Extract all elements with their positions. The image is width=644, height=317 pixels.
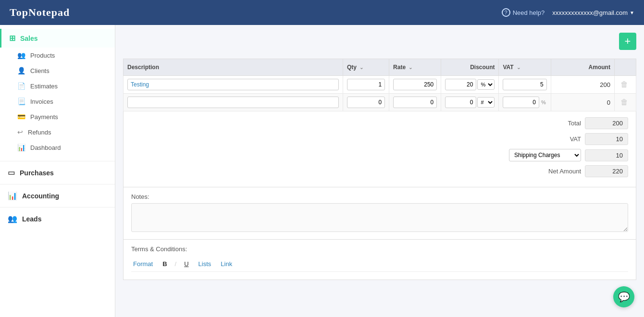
chat-button[interactable]: 💬 bbox=[613, 286, 634, 307]
notes-section: Notes: bbox=[123, 187, 636, 240]
notes-label: Notes: bbox=[131, 193, 628, 200]
toolbar-separator-1: / bbox=[175, 260, 177, 268]
row1-delete-button[interactable]: 🗑 bbox=[619, 80, 630, 89]
shipping-value: 10 bbox=[585, 149, 628, 161]
underline-button[interactable]: U bbox=[182, 259, 190, 268]
row2-description-input[interactable] bbox=[127, 97, 339, 108]
row2-qty-cell bbox=[343, 94, 389, 111]
user-menu[interactable]: xxxxxxxxxxxxx@gmail.com ▼ bbox=[552, 9, 634, 16]
total-row: Total 200 bbox=[131, 117, 628, 129]
row1-qty-input[interactable] bbox=[347, 79, 385, 90]
sidebar-item-refunds[interactable]: ↩ Refunds bbox=[0, 124, 115, 140]
row2-amount-cell: 0 bbox=[551, 94, 614, 111]
leads-label: Leads bbox=[22, 215, 41, 223]
add-row-button[interactable]: + bbox=[619, 33, 636, 50]
sidebar-item-label: Invoices bbox=[30, 98, 53, 105]
th-qty[interactable]: Qty ⌄ bbox=[343, 59, 389, 76]
sidebar: ⊞ Sales 👥 Products 👤 Clients 📄 Estimates… bbox=[0, 25, 115, 317]
row2-delete-cell: 🗑 bbox=[614, 94, 636, 111]
row1-discount-cell: % # bbox=[441, 76, 499, 94]
sidebar-item-products[interactable]: 👥 Products bbox=[0, 48, 115, 63]
row2-discount-input[interactable] bbox=[445, 97, 476, 108]
row2-discount-type-select[interactable]: # % bbox=[477, 97, 495, 108]
sidebar-divider-1 bbox=[0, 161, 115, 161]
sidebar-item-clients[interactable]: 👤 Clients bbox=[0, 63, 115, 78]
th-description: Description bbox=[124, 59, 343, 76]
row1-rate-cell bbox=[389, 76, 441, 94]
row1-desc-cell bbox=[124, 76, 343, 94]
help-icon: ? bbox=[502, 8, 510, 17]
terms-toolbar: Format B / U Lists Link bbox=[131, 256, 628, 272]
purchases-label: Purchases bbox=[20, 169, 54, 177]
row1-amount-cell: 200 bbox=[551, 76, 614, 94]
row2-qty-input[interactable] bbox=[347, 97, 385, 108]
vat-sort-icon: ⌄ bbox=[517, 65, 520, 70]
sidebar-leads-header[interactable]: 👥 Leads bbox=[0, 209, 115, 228]
vat-label: VAT bbox=[523, 135, 581, 143]
vat-value: 10 bbox=[585, 133, 628, 145]
row1-discount-input[interactable] bbox=[445, 79, 476, 90]
sidebar-accounting-header[interactable]: 📊 Accounting bbox=[0, 186, 115, 205]
link-button[interactable]: Link bbox=[219, 259, 234, 268]
accounting-label: Accounting bbox=[22, 192, 59, 200]
dashboard-icon: 📊 bbox=[17, 144, 25, 151]
totals-section: Total 200 VAT 10 Shipping Charges 10 Net… bbox=[123, 111, 636, 187]
net-amount-value: 220 bbox=[585, 165, 628, 177]
help-label: Need help? bbox=[513, 9, 545, 16]
th-amount: Amount bbox=[551, 59, 614, 76]
sidebar-item-label: Refunds bbox=[28, 129, 51, 136]
app-logo: TopNotepad bbox=[10, 6, 70, 19]
sidebar-item-invoices[interactable]: 📃 Invoices bbox=[0, 94, 115, 109]
terms-section: Terms & Conditions: Format B / U Lists L… bbox=[123, 240, 636, 280]
notes-textarea[interactable] bbox=[131, 203, 628, 232]
net-amount-label: Net Amount bbox=[523, 168, 581, 175]
sidebar-item-payments[interactable]: 💳 Payments bbox=[0, 109, 115, 124]
payments-icon: 💳 bbox=[17, 113, 25, 121]
items-table: Description Qty ⌄ Rate ⌄ bbox=[123, 59, 636, 111]
th-vat[interactable]: VAT ⌄ bbox=[499, 59, 551, 76]
sidebar-sales-header[interactable]: ⊞ Sales bbox=[0, 29, 115, 48]
row2-rate-cell bbox=[389, 94, 441, 111]
row2-desc-cell bbox=[124, 94, 343, 111]
sidebar-purchases-header[interactable]: ▭ Purchases bbox=[0, 163, 115, 182]
chat-icon: 💬 bbox=[618, 291, 630, 303]
row2-delete-button[interactable]: 🗑 bbox=[619, 98, 630, 107]
terms-label: Terms & Conditions: bbox=[131, 245, 628, 253]
app-header: TopNotepad ? Need help? xxxxxxxxxxxxx@gm… bbox=[0, 0, 644, 25]
sidebar-item-dashboard[interactable]: 📊 Dashboard bbox=[0, 140, 115, 155]
net-amount-row: Net Amount 220 bbox=[131, 165, 628, 177]
th-rate[interactable]: Rate ⌄ bbox=[389, 59, 441, 76]
row2-discount-cell: # % bbox=[441, 94, 499, 111]
accounting-icon: 📊 bbox=[8, 191, 17, 200]
lists-button[interactable]: Lists bbox=[197, 259, 213, 268]
row2-vat-input[interactable] bbox=[503, 97, 539, 108]
qty-sort-icon: ⌄ bbox=[359, 65, 363, 70]
help-link[interactable]: ? Need help? bbox=[502, 8, 545, 17]
row1-vat-input[interactable] bbox=[503, 79, 546, 90]
vat-row: VAT 10 bbox=[131, 133, 628, 145]
row1-rate-input[interactable] bbox=[393, 79, 437, 90]
row1-amount-value: 200 bbox=[600, 81, 610, 88]
row2-rate-input[interactable] bbox=[393, 97, 437, 108]
row1-description-input[interactable] bbox=[127, 79, 339, 90]
format-button[interactable]: Format bbox=[131, 259, 155, 268]
total-value: 200 bbox=[585, 117, 628, 129]
refunds-icon: ↩ bbox=[17, 128, 23, 136]
row2-amount-value: 0 bbox=[607, 99, 610, 106]
row1-discount-type-select[interactable]: % # bbox=[477, 79, 495, 90]
sales-label: Sales bbox=[20, 35, 38, 42]
products-icon: 👥 bbox=[17, 51, 25, 59]
bold-button[interactable]: B bbox=[161, 259, 169, 268]
user-dropdown-arrow: ▼ bbox=[630, 10, 634, 15]
table-row: # % % 0 🗑 bbox=[124, 94, 636, 111]
invoices-icon: 📃 bbox=[17, 98, 25, 105]
th-action bbox=[614, 59, 636, 76]
row1-qty-cell bbox=[343, 76, 389, 94]
purchases-icon: ▭ bbox=[8, 168, 15, 177]
sidebar-item-estimates[interactable]: 📄 Estimates bbox=[0, 78, 115, 94]
estimates-icon: 📄 bbox=[17, 82, 25, 90]
main-content: + Description Qty ⌄ bbox=[115, 25, 644, 317]
shipping-charges-select[interactable]: Shipping Charges bbox=[509, 149, 581, 161]
row1-delete-cell: 🗑 bbox=[614, 76, 636, 94]
sidebar-divider-3 bbox=[0, 207, 115, 207]
